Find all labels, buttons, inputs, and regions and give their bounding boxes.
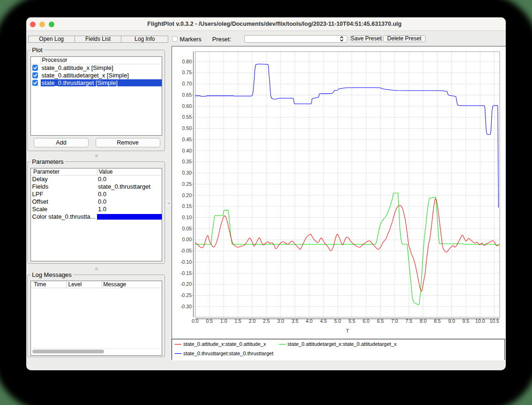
svg-text:-0.10: -0.10: [180, 260, 192, 265]
svg-text:7.0: 7.0: [391, 319, 398, 324]
svg-text:2.5: 2.5: [263, 319, 270, 324]
svg-text:T: T: [345, 328, 349, 334]
svg-text:8.0: 8.0: [420, 319, 427, 324]
svg-text:0.35: 0.35: [182, 159, 192, 164]
svg-text:0.80: 0.80: [182, 59, 192, 64]
svg-text:9.0: 9.0: [448, 319, 455, 324]
svg-text:9.5: 9.5: [462, 319, 469, 324]
svg-text:0.75: 0.75: [182, 70, 192, 76]
svg-text:0.05: 0.05: [182, 226, 192, 231]
svg-text:6.5: 6.5: [377, 319, 384, 324]
svg-text:0.30: 0.30: [182, 170, 192, 176]
svg-text:7.5: 7.5: [405, 319, 412, 324]
svg-text:2.0: 2.0: [248, 319, 255, 324]
svg-text:10.5: 10.5: [489, 319, 499, 324]
svg-text:-0.15: -0.15: [180, 271, 192, 276]
svg-text:0.0: 0.0: [192, 319, 199, 324]
svg-text:1.0: 1.0: [220, 319, 227, 324]
svg-text:0.40: 0.40: [182, 148, 192, 153]
svg-text:0.20: 0.20: [182, 193, 192, 198]
svg-text:0.60: 0.60: [182, 104, 192, 109]
svg-text:-0.25: -0.25: [180, 293, 192, 298]
svg-text:5.5: 5.5: [348, 319, 355, 324]
svg-text:0.50: 0.50: [182, 126, 192, 131]
svg-text:0.15: 0.15: [182, 204, 192, 209]
svg-text:-0.30: -0.30: [180, 304, 192, 309]
svg-text:state_0.attitudetarget_x:state: state_0.attitudetarget_x:state_0.attitud…: [287, 341, 397, 347]
svg-text:0.55: 0.55: [182, 115, 192, 120]
svg-text:0.65: 0.65: [182, 92, 192, 98]
svg-text:state_0.attitude_x:state_0.att: state_0.attitude_x:state_0.attitude_x: [183, 341, 266, 347]
svg-text:5.0: 5.0: [334, 319, 341, 324]
svg-text:state_0.thrusttarget:state_0.t: state_0.thrusttarget:state_0.thrusttarge…: [183, 351, 273, 356]
svg-text:6.0: 6.0: [362, 319, 369, 324]
svg-text:8.5: 8.5: [434, 319, 441, 324]
svg-text:0.70: 0.70: [182, 81, 192, 86]
svg-text:4.0: 4.0: [306, 319, 313, 324]
svg-text:10.0: 10.0: [475, 319, 485, 324]
svg-text:0.00: 0.00: [182, 237, 192, 242]
svg-text:4.5: 4.5: [320, 319, 327, 324]
svg-text:0.45: 0.45: [182, 137, 192, 142]
svg-text:3.0: 3.0: [277, 319, 284, 324]
svg-text:0.10: 0.10: [182, 215, 192, 220]
svg-text:0.25: 0.25: [182, 182, 192, 187]
svg-text:-0.05: -0.05: [180, 248, 192, 253]
svg-text:-0.20: -0.20: [180, 282, 192, 287]
svg-text:3.5: 3.5: [292, 319, 299, 324]
svg-text:1.5: 1.5: [234, 319, 241, 324]
svg-text:0.5: 0.5: [206, 319, 213, 324]
